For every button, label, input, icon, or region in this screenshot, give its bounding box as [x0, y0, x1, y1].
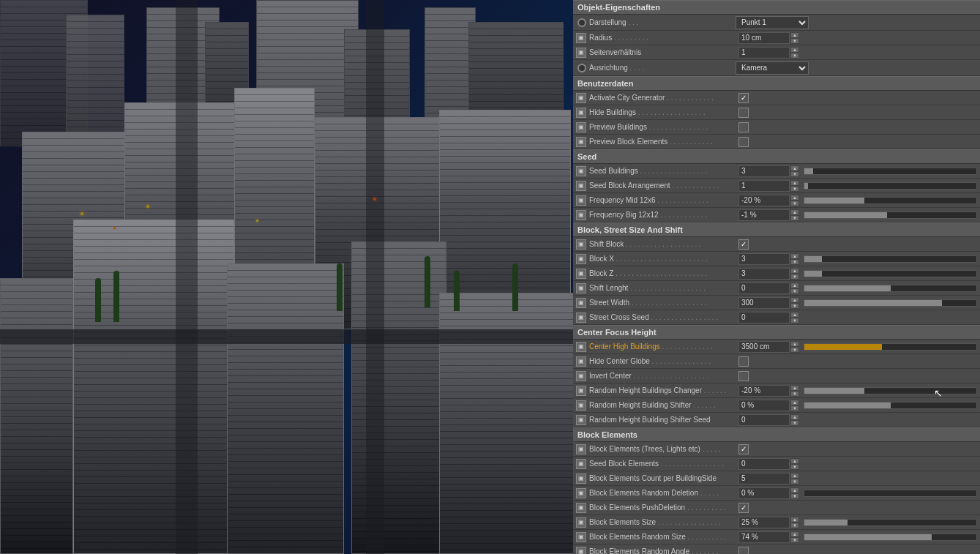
- bers-down[interactable]: ▼: [790, 537, 799, 543]
- bx-down[interactable]: ▼: [790, 259, 799, 265]
- sw-down[interactable]: ▼: [790, 303, 799, 309]
- sv-down[interactable]: ▼: [790, 53, 799, 59]
- darstellung-dropdown[interactable]: Punkt 1: [736, 16, 809, 29]
- seed-be-spinner[interactable]: ▲ ▼: [790, 458, 799, 470]
- ausrichtung-dropdown[interactable]: Kamera: [736, 61, 809, 75]
- be-pd-checkbox[interactable]: ✓: [738, 503, 749, 513]
- radius-value: 10 cm: [738, 32, 790, 44]
- shift-lenght-spinner[interactable]: ▲ ▼: [790, 282, 799, 294]
- be-trees-checkbox[interactable]: ✓: [738, 444, 749, 454]
- seed-buildings-label: Seed Buildings . . . . . . . . . . . . .…: [589, 167, 736, 175]
- shift-lenght-value: 0: [738, 282, 790, 294]
- rhss-down[interactable]: ▼: [790, 420, 799, 426]
- preview-block-checkbox[interactable]: [738, 137, 749, 147]
- bz-up[interactable]: ▲: [790, 268, 799, 274]
- bec-up[interactable]: ▲: [790, 473, 799, 479]
- chb-spinner[interactable]: ▲ ▼: [790, 341, 799, 353]
- bec-down[interactable]: ▼: [790, 479, 799, 484]
- sb-up[interactable]: ▲: [790, 165, 799, 171]
- rhss-up[interactable]: ▲: [790, 414, 799, 420]
- shift-block-label: Shift Block . . . . . . . . . . . . . . …: [589, 240, 736, 248]
- sbe-up[interactable]: ▲: [790, 458, 799, 464]
- preview-buildings-checkbox[interactable]: [738, 122, 749, 132]
- sw-up[interactable]: ▲: [790, 297, 799, 303]
- sl-down[interactable]: ▼: [790, 288, 799, 294]
- be-size-spinner[interactable]: ▲ ▼: [790, 517, 799, 528]
- row-icon: ▣: [576, 488, 586, 498]
- block-z-spinner[interactable]: ▲ ▼: [790, 268, 799, 280]
- chb-up[interactable]: ▲: [790, 341, 799, 347]
- scs-up[interactable]: ▲: [790, 312, 799, 318]
- sba-down[interactable]: ▼: [790, 186, 799, 192]
- be-count-spinner[interactable]: ▲ ▼: [790, 473, 799, 484]
- row-icon: ▣: [576, 210, 586, 220]
- be-size-slider[interactable]: [804, 519, 977, 526]
- berd-up[interactable]: ▲: [790, 487, 799, 493]
- fb-up[interactable]: ▲: [790, 209, 799, 215]
- freq-mid-value: -20 %: [738, 195, 790, 206]
- be-rs-slider[interactable]: [804, 534, 977, 541]
- rhss-spinner[interactable]: ▲ ▼: [790, 414, 799, 426]
- row-seitenverhaeltnis: ▣ Seitenverhältnis 1 ▲ ▼: [573, 45, 980, 60]
- rhc-spinner[interactable]: ▲ ▼: [790, 385, 799, 397]
- freq-mid-slider[interactable]: [804, 197, 977, 204]
- freq-mid-spinner[interactable]: ▲ ▼: [790, 195, 799, 206]
- bx-up[interactable]: ▲: [790, 253, 799, 259]
- rhs-value: 0 %: [738, 400, 790, 411]
- seed-buildings-slider[interactable]: [804, 168, 977, 175]
- freq-big-slider[interactable]: [804, 212, 977, 219]
- fm-up[interactable]: ▲: [790, 195, 799, 201]
- radius-spinner[interactable]: ▲ ▼: [790, 32, 799, 44]
- sbe-down[interactable]: ▼: [790, 464, 799, 470]
- rhs-spinner[interactable]: ▲ ▼: [790, 400, 799, 411]
- bers-up[interactable]: ▲: [790, 531, 799, 537]
- street-cross-seed-spinner[interactable]: ▲ ▼: [790, 312, 799, 323]
- row-icon: ▣: [576, 239, 586, 250]
- block-x-slider[interactable]: [804, 255, 977, 263]
- chb-slider[interactable]: [804, 343, 977, 351]
- rhc-up[interactable]: ▲: [790, 385, 799, 391]
- radius-down[interactable]: ▼: [790, 38, 799, 44]
- sl-up[interactable]: ▲: [790, 282, 799, 288]
- seed-block-arr-spinner[interactable]: ▲ ▼: [790, 180, 799, 192]
- activate-city-checkbox[interactable]: ✓: [738, 93, 749, 103]
- be-rs-spinner[interactable]: ▲ ▼: [790, 531, 799, 543]
- row-preview-buildings: ▣ Preview Buildings . . . . . . . . . . …: [573, 120, 980, 135]
- bes-up[interactable]: ▲: [790, 517, 799, 523]
- street-width-slider[interactable]: [804, 299, 977, 307]
- rhc-slider[interactable]: [804, 387, 977, 394]
- center-high-buildings-value: 3500 cm: [738, 341, 790, 353]
- seitenverhaeltnis-spinner[interactable]: ▲ ▼: [790, 47, 799, 59]
- sba-up[interactable]: ▲: [790, 180, 799, 186]
- rhs-up[interactable]: ▲: [790, 400, 799, 405]
- be-ra-checkbox[interactable]: [738, 547, 749, 555]
- sv-up[interactable]: ▲: [790, 47, 799, 53]
- invert-center-checkbox[interactable]: [738, 371, 749, 381]
- radius-up[interactable]: ▲: [790, 32, 799, 38]
- scs-down[interactable]: ▼: [790, 318, 799, 323]
- freq-big-spinner[interactable]: ▲ ▼: [790, 209, 799, 221]
- street-width-spinner[interactable]: ▲ ▼: [790, 297, 799, 309]
- row-icon: ▣: [576, 137, 586, 147]
- freq-big-value: -1 %: [738, 209, 790, 221]
- be-rd-spinner[interactable]: ▲ ▼: [790, 487, 799, 499]
- bz-down[interactable]: ▼: [790, 274, 799, 280]
- fb-down[interactable]: ▼: [790, 215, 799, 221]
- chb-down[interactable]: ▼: [790, 347, 799, 353]
- fm-down[interactable]: ▼: [790, 201, 799, 206]
- bes-down[interactable]: ▼: [790, 523, 799, 528]
- be-rd-slider[interactable]: [804, 490, 977, 497]
- rhc-down[interactable]: ▼: [790, 391, 799, 397]
- shift-block-checkbox[interactable]: ✓: [738, 239, 749, 250]
- block-z-slider[interactable]: [804, 270, 977, 277]
- rhs-slider[interactable]: [804, 402, 977, 409]
- hide-buildings-checkbox[interactable]: [738, 108, 749, 118]
- hide-center-globe-checkbox[interactable]: [738, 356, 749, 367]
- shift-lenght-slider[interactable]: [804, 285, 977, 292]
- seed-block-arr-slider[interactable]: [804, 182, 977, 190]
- block-x-spinner[interactable]: ▲ ▼: [790, 253, 799, 265]
- rhs-down[interactable]: ▼: [790, 405, 799, 411]
- seed-buildings-spinner[interactable]: ▲ ▼: [790, 165, 799, 177]
- berd-down[interactable]: ▼: [790, 493, 799, 499]
- sb-down[interactable]: ▼: [790, 171, 799, 177]
